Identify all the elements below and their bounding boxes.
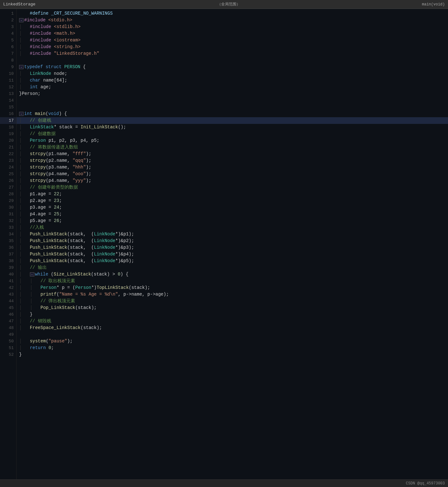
code-line: -int main(void) { [17,111,448,117]
code-line: │ strcpy(p4.name, "yyy"); [17,177,448,184]
code-line: │ p3.age = 24; [17,204,448,211]
line-number: 48 [0,325,16,331]
code-line: │ } [17,311,448,318]
line-number: 23 [0,157,16,164]
function-name: main(void) [422,2,445,7]
code-line: │ // 销毁栈 [17,318,448,325]
line-number: 50 [0,338,16,345]
code-line [17,104,448,111]
line-number: 38 [0,258,16,264]
code-line: │ Person p1, p2, p3, p4, p5; [17,137,448,144]
code-line: │ │ // 弹出栈顶元素 [17,298,448,304]
code-line: │ LinkStack* stack = Init_LinkStack(); [17,124,448,131]
line-number: 42 [0,284,16,291]
line-number: 4 [0,30,16,37]
code-line: │ │ Pop_LinkStack(stack); [17,304,448,311]
code-content[interactable]: #define _CRT_SECURE_NO_WARNINGS-#include… [17,9,448,479]
line-number: 37 [0,251,16,258]
line-number: 8 [0,57,16,64]
code-line: │ FreeSpace_LinkStack(stack); [17,325,448,331]
line-number: 17 [0,117,16,124]
code-line: │ Push_LinkStack(stack, (LinkNode*)&p2); [17,238,448,244]
code-line: │ //入栈 [17,224,448,231]
line-number: 15 [0,104,16,111]
line-number: 43 [0,291,16,298]
code-line: #define _CRT_SECURE_NO_WARNINGS [17,10,448,17]
status-bar: CSDN @qq_45973003 [0,479,448,487]
code-line: │ system("pause"); [17,338,448,345]
line-number: 26 [0,177,16,184]
title-center: （全局范围） [217,2,240,7]
code-line: │ strcpy(p3.name, "hhh"); [17,164,448,171]
title-left: LinkedStorage [3,2,35,7]
line-number: 3 [0,24,16,30]
app-name: LinkedStorage [3,2,35,7]
view-mode: （全局范围） [217,2,240,7]
code-line: │ #include "LinkedStorage.h" [17,50,448,57]
line-number: 40 [0,271,16,278]
code-line: -typedef struct PERSON { [17,64,448,70]
code-line: │ │ // 取出栈顶元素 [17,278,448,284]
line-number: 47 [0,318,16,325]
code-line: │ LinkNode node; [17,70,448,77]
code-line [17,97,448,104]
code-line: │ // 将数据传递进入数组 [17,144,448,151]
line-number: 29 [0,197,16,204]
title-right: main(void) [422,2,445,7]
line-number: 28 [0,191,16,197]
code-line: │ │ printf("Name = %s Age = %d\n", p->na… [17,291,448,298]
line-number: 16 [0,111,16,117]
line-number: 33 [0,224,16,231]
code-line: │ #include <math.h> [17,30,448,37]
code-line: │ char name[64]; [17,77,448,84]
code-line: │ Push_LinkStack(stack, (LinkNode*)&p1); [17,231,448,238]
line-number: 39 [0,264,16,271]
line-numbers: 1234567891011121314151617181920212223242… [0,9,17,479]
line-number: 11 [0,77,16,84]
line-number: 10 [0,70,16,77]
line-number: 51 [0,345,16,351]
line-number: 36 [0,244,16,251]
line-number: 25 [0,171,16,177]
code-line [17,331,448,338]
line-number: 13 [0,90,16,97]
line-number: 1 [0,10,16,17]
code-line: │ // 创建数据 [17,131,448,137]
code-line: │ strcpy(p4.name, "ooo"); [17,171,448,177]
code-line: │ -while (Size_LinkStack(stack) > 0) { [17,271,448,278]
line-number: 41 [0,278,16,284]
code-line: │ p5.age = 26; [17,218,448,224]
line-number: 44 [0,298,16,304]
line-number: 22 [0,151,16,157]
line-number: 14 [0,97,16,104]
editor-area: 1234567891011121314151617181920212223242… [0,9,448,479]
code-line: }Person; [17,90,448,97]
line-number: 24 [0,164,16,171]
line-number: 30 [0,204,16,211]
code-line: │ int age; [17,84,448,90]
code-line: │ │ Person* p = (Person*)TopLinkStack(st… [17,284,448,291]
line-number: 32 [0,218,16,224]
code-line: │ #include <string.h> [17,44,448,50]
code-line: │ p1.age = 22; [17,191,448,197]
line-number: 9 [0,64,16,70]
code-line: │ #include <stdlib.h> [17,24,448,30]
line-number: 6 [0,44,16,50]
line-number: 7 [0,50,16,57]
line-number: 34 [0,231,16,238]
credit-text: CSDN @qq_45973003 [406,481,445,486]
line-number: 12 [0,84,16,90]
code-line: │ Push_LinkStack(stack, (LinkNode*)&p5); [17,258,448,264]
code-line: │ p4.age = 25; [17,211,448,218]
code-line: -#include <stdio.h> [17,17,448,24]
code-line: │ #include <iostream> [17,37,448,44]
code-line: │ strcpy(p2.name, "qqq"); [17,157,448,164]
title-bar: LinkedStorage （全局范围） main(void) [0,0,448,9]
line-number: 31 [0,211,16,218]
code-line: │ // 创建年龄类型的数据 [17,184,448,191]
line-number: 21 [0,144,16,151]
code-line: │ // 创建栈 [17,117,448,124]
line-number: 18 [0,124,16,131]
line-number: 27 [0,184,16,191]
code-line: │ Push_LinkStack(stack, (LinkNode*)&p4); [17,251,448,258]
